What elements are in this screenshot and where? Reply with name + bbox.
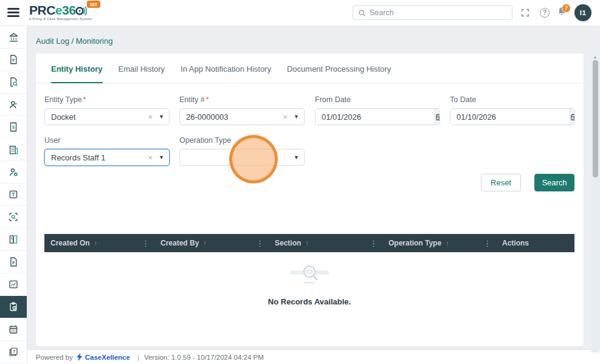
app-logo: PRCe36 e-Filing & Case Management System — [29, 4, 92, 21]
user-label: User — [44, 136, 60, 145]
no-records-icon — [281, 262, 337, 290]
from-date-input[interactable] — [316, 109, 435, 125]
sort-ascending-icon[interactable]: ↑ — [305, 239, 309, 247]
entity-type-value: Docket — [51, 112, 148, 122]
content-card: Entity History Email History In App Noti… — [36, 53, 584, 346]
tab-email-history[interactable]: Email History — [119, 64, 165, 83]
document-question-icon: ? — [8, 346, 19, 357]
sidebar-nav: $ ? — [0, 26, 27, 364]
column-menu-icon[interactable]: ⋮ — [483, 239, 491, 248]
chevron-down-icon[interactable]: ▼ — [294, 154, 299, 160]
chart-icon — [8, 279, 19, 290]
building-icon — [8, 144, 19, 156]
svg-text:?: ? — [13, 349, 15, 354]
document-search-icon — [8, 77, 19, 88]
sidebar-item-analytics[interactable] — [0, 273, 27, 296]
sidebar-item-document-search[interactable] — [0, 71, 27, 94]
fullscreen-icon[interactable] — [520, 8, 530, 18]
sidebar-item-audit-log[interactable] — [0, 296, 27, 318]
column-menu-icon[interactable]: ⋮ — [142, 239, 150, 248]
to-date-input[interactable] — [450, 109, 570, 125]
text-box-icon — [8, 189, 19, 200]
entity-type-label: Entity Type* — [44, 95, 86, 104]
environment-badge: SIT — [87, 1, 100, 8]
sort-ascending-icon[interactable]: ↑ — [94, 239, 98, 247]
user-select[interactable]: Records Staff 1 × ▼ — [44, 149, 170, 166]
sidebar-item-documents[interactable] — [0, 49, 27, 71]
column-header-created-on[interactable]: Created On ↑ ⋮ — [44, 234, 154, 252]
sidebar-item-calendar[interactable] — [0, 318, 27, 341]
audit-log-icon — [8, 301, 19, 312]
from-date-field — [315, 108, 440, 125]
operation-type-select[interactable]: ▼ — [179, 149, 305, 166]
sidebar-item-reports-document[interactable] — [0, 251, 27, 273]
sort-ascending-icon[interactable]: ↑ — [446, 239, 449, 247]
clear-icon[interactable]: × — [148, 153, 153, 162]
search-input[interactable] — [370, 9, 507, 17]
clear-icon[interactable]: × — [148, 112, 153, 122]
sidebar-item-parties[interactable] — [0, 94, 27, 116]
sidebar-item-user-verification[interactable] — [0, 161, 27, 184]
menu-toggle-icon[interactable] — [7, 8, 19, 18]
chevron-down-icon[interactable]: ▼ — [159, 154, 164, 160]
search-button[interactable]: Search — [534, 174, 574, 191]
scroll-up-icon[interactable]: ▲ — [591, 55, 599, 59]
calendar-picker-button[interactable] — [570, 109, 575, 125]
column-header-operation-type[interactable]: Operation Type ↑ ⋮ — [382, 234, 496, 252]
tab-bar: Entity History Email History In App Noti… — [36, 64, 584, 83]
chevron-down-icon[interactable]: ▼ — [159, 114, 164, 120]
document-icon — [8, 256, 19, 267]
sidebar-item-institution[interactable] — [0, 26, 27, 49]
search-icon — [358, 9, 366, 17]
results-table: Created On ↑ ⋮ Created By ↑ ⋮ Section ↑ … — [44, 234, 574, 346]
sidebar-item-text-template[interactable] — [0, 184, 27, 206]
sort-ascending-icon[interactable]: ↑ — [203, 239, 207, 247]
sidebar-item-help-documents[interactable]: ? — [0, 341, 27, 363]
tab-document-processing-history[interactable]: Document Processing History — [287, 64, 391, 83]
sidebar-item-organizations[interactable] — [0, 139, 27, 161]
calendar-icon — [435, 113, 440, 121]
footer: Powered by CaseXellence | Version: 1.0.5… — [27, 349, 600, 364]
operation-type-label: Operation Type — [179, 136, 231, 145]
entity-number-value: 26-0000003 — [186, 112, 283, 122]
table-header-row: Created On ↑ ⋮ Created By ↑ ⋮ Section ↑ … — [44, 234, 574, 252]
sidebar-item-record-search[interactable] — [0, 206, 27, 228]
powered-by-label: Powered by — [36, 354, 73, 361]
column-header-created-by[interactable]: Created By ↑ ⋮ — [154, 234, 269, 252]
avatar[interactable]: I1 — [574, 4, 591, 21]
casexellence-brand[interactable]: CaseXellence — [85, 354, 130, 361]
help-icon[interactable]: ? — [540, 8, 550, 18]
top-bar: PRCe36 e-Filing & Case Management System… — [0, 0, 600, 26]
column-header-actions: Actions — [496, 234, 574, 252]
chevron-down-icon[interactable]: ▼ — [294, 114, 299, 120]
entity-number-select[interactable]: 26-0000003 × ▼ — [179, 108, 305, 125]
invoice-icon: $ — [8, 122, 19, 132]
sidebar-item-ledger[interactable] — [0, 228, 27, 251]
svg-text:$: $ — [12, 125, 15, 130]
document-icon — [8, 54, 19, 65]
empty-message: No Records Available. — [268, 297, 351, 306]
column-menu-icon[interactable]: ⋮ — [370, 239, 378, 248]
calendar-icon — [570, 113, 575, 121]
global-search[interactable] — [353, 5, 512, 20]
clear-icon[interactable]: × — [283, 112, 288, 122]
column-menu-icon[interactable]: ⋮ — [256, 239, 264, 248]
to-date-label: To Date — [450, 95, 476, 104]
user-check-icon — [8, 167, 19, 178]
calendar-picker-button[interactable] — [435, 109, 440, 125]
entity-type-select[interactable]: Docket × ▼ — [44, 108, 170, 125]
from-date-label: From Date — [315, 95, 351, 104]
version-text: Version: 1.0.59 - 10/17/2024 04:24 PM — [144, 354, 264, 361]
notifications-button[interactable]: 7 — [556, 6, 570, 19]
tab-entity-history[interactable]: Entity History — [51, 64, 103, 83]
scrollbar-thumb[interactable] — [593, 60, 598, 177]
logo-zero-icon — [75, 4, 87, 16]
casexellence-logo-icon — [77, 353, 83, 361]
reset-button[interactable]: Reset — [481, 174, 521, 191]
logo-tagline: e-Filing & Case Management System — [29, 18, 92, 21]
tab-in-app-notification-history[interactable]: In App Notification History — [181, 64, 271, 83]
institution-icon — [8, 32, 19, 43]
sidebar-item-billing[interactable]: $ — [0, 116, 27, 139]
column-header-section[interactable]: Section ↑ ⋮ — [269, 234, 382, 252]
vertical-scrollbar[interactable]: ▲ — [591, 53, 599, 352]
